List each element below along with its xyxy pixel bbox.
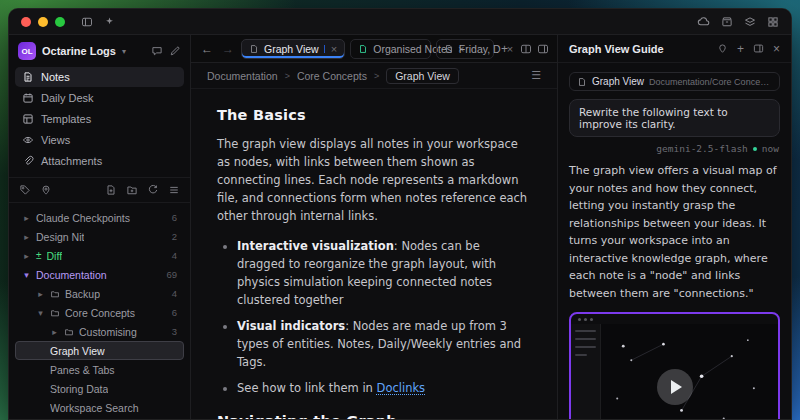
breadcrumb-core-concepts[interactable]: Core Concepts xyxy=(297,70,367,82)
model-name: gemini-2.5-flash xyxy=(656,143,748,154)
folder-icon xyxy=(64,327,74,337)
sidebar-item-notes[interactable]: Notes xyxy=(15,67,184,87)
tree-item-design-nit[interactable]: ▸ Design Nit 2 xyxy=(15,227,184,246)
back-button[interactable]: ← xyxy=(199,42,215,56)
feedback-button[interactable] xyxy=(151,45,163,57)
app-window: OL Octarine Logs ▾ Notes Daily Desk xyxy=(8,8,792,420)
calendar-icon xyxy=(22,92,34,104)
new-tab-button[interactable]: + xyxy=(499,42,510,56)
section-heading: Navigating the Graph xyxy=(217,411,531,419)
doclinks-link[interactable]: Doclinks xyxy=(377,381,426,395)
tree-item-label: Workspace Search xyxy=(50,402,139,414)
tab-graph-view[interactable]: Graph View Documentation × xyxy=(241,39,345,59)
close-window-button[interactable] xyxy=(21,17,31,27)
sidebar-item-attachments[interactable]: Attachments xyxy=(15,151,184,171)
document-icon xyxy=(577,77,587,87)
chevron-down-icon[interactable]: ▾ xyxy=(22,270,31,280)
breadcrumb-documentation[interactable]: Documentation xyxy=(207,70,278,82)
tree-item-panes-tabs[interactable]: Panes & Tabs xyxy=(15,360,184,379)
tree-item-count: 4 xyxy=(172,288,177,299)
workspace-switcher[interactable]: OL Octarine Logs ▾ xyxy=(9,35,190,65)
close-panel-button[interactable]: × xyxy=(773,43,780,55)
sidebar-item-daily-desk[interactable]: Daily Desk xyxy=(15,88,184,108)
assistant-panel-title: Graph View Guide xyxy=(569,43,664,55)
tab-title: Graph View xyxy=(264,43,319,55)
archive-button[interactable] xyxy=(721,16,733,28)
sidebar-item-templates[interactable]: Templates xyxy=(15,109,184,129)
toggle-sidebar-button[interactable] xyxy=(81,16,93,28)
pinned-button[interactable] xyxy=(40,184,52,196)
template-icon xyxy=(22,113,34,125)
tree-item-documentation[interactable]: ▾ Documentation 69 xyxy=(15,265,184,284)
window-titlebar xyxy=(9,9,791,35)
context-chip-title: Graph View xyxy=(592,76,644,87)
split-view-button[interactable] xyxy=(520,43,532,55)
chevron-right-icon[interactable]: ▸ xyxy=(22,232,31,242)
views-icon xyxy=(22,134,34,146)
workspace-name: Octarine Logs xyxy=(42,45,116,57)
assistant-conversation: Graph View Documentation/Core Concepts R… xyxy=(558,63,791,419)
tree-item-customising[interactable]: ▸ Customising 3 xyxy=(15,322,184,341)
sort-button[interactable] xyxy=(168,184,180,196)
stack-button[interactable] xyxy=(744,16,756,28)
command-button[interactable] xyxy=(104,16,115,27)
note-content[interactable]: The Basics The graph view displays all n… xyxy=(191,89,557,419)
folder-icon xyxy=(50,289,60,299)
note-title-field[interactable]: Graph View xyxy=(386,68,459,84)
toggle-right-panel-button[interactable] xyxy=(537,43,549,55)
chevron-right-icon[interactable]: ▸ xyxy=(50,327,59,337)
video-preview[interactable] xyxy=(569,312,780,419)
new-note-button[interactable] xyxy=(169,45,181,57)
document-icon xyxy=(249,44,259,54)
expand-panel-button[interactable] xyxy=(753,43,764,54)
tree-item-graph-view[interactable]: Graph View xyxy=(15,341,184,360)
tree-item-diff[interactable]: ▸ ± Diff 4 xyxy=(15,246,184,265)
tab-organised-notes[interactable]: Organised Notes × xyxy=(350,39,431,59)
diff-icon: ± xyxy=(36,251,42,261)
new-chat-button[interactable]: + xyxy=(737,43,744,55)
chevron-down-icon[interactable]: ▾ xyxy=(36,308,45,318)
close-tab-icon[interactable]: × xyxy=(331,43,337,55)
tags-button[interactable] xyxy=(19,184,31,196)
tree-item-count: 6 xyxy=(172,212,177,223)
minimize-window-button[interactable] xyxy=(38,17,48,27)
tree-item-storing-data[interactable]: Storing Data xyxy=(15,379,184,398)
sidebar-item-views[interactable]: Views xyxy=(15,130,184,150)
file-tree: ▸ Claude Checkpoints 6 ▸ Design Nit 2 ▸ … xyxy=(9,203,190,419)
traffic-lights xyxy=(21,17,65,27)
tree-item-label: Backup xyxy=(65,288,100,300)
tree-item-label: Documentation xyxy=(36,269,107,281)
tree-item-backup[interactable]: ▸ Backup 4 xyxy=(15,284,184,303)
chevron-right-icon[interactable]: ▸ xyxy=(22,213,31,223)
play-button[interactable] xyxy=(657,369,693,405)
tree-item-count: 3 xyxy=(172,326,177,337)
nav-label: Attachments xyxy=(41,155,102,167)
pin-panel-button[interactable] xyxy=(717,43,728,54)
tree-item-claude-checkpoints[interactable]: ▸ Claude Checkpoints 6 xyxy=(15,208,184,227)
tab-bar: ← → Graph View Documentation × Organised… xyxy=(191,35,557,63)
tab-title: Friday, D xyxy=(459,43,501,55)
document-icon xyxy=(358,44,368,54)
new-folder-button[interactable] xyxy=(126,184,138,196)
left-sidebar: OL Octarine Logs ▾ Notes Daily Desk xyxy=(9,35,191,419)
note-menu-button[interactable]: ☰ xyxy=(531,70,541,81)
sync-button[interactable] xyxy=(697,15,710,28)
forward-button[interactable]: → xyxy=(220,42,236,56)
bullet-bold-text: Interactive visualization xyxy=(237,239,394,253)
tree-item-daily-desk[interactable]: ▸ Daily Desk xyxy=(15,417,184,419)
context-chip[interactable]: Graph View Documentation/Core Concepts xyxy=(569,72,780,91)
status-dot-icon xyxy=(753,147,757,151)
tree-item-workspace-search[interactable]: Workspace Search xyxy=(15,398,184,417)
grid-button[interactable] xyxy=(767,16,779,28)
new-file-button[interactable] xyxy=(105,184,117,196)
assistant-panel: Graph View Guide + × Graph View Document… xyxy=(557,35,791,419)
chevron-right-icon[interactable]: ▸ xyxy=(22,251,31,261)
tab-friday[interactable]: Friday, D × xyxy=(436,39,494,59)
chevron-right-icon[interactable]: ▸ xyxy=(36,289,45,299)
breadcrumb-separator: > xyxy=(374,71,379,81)
bullet-bold-text: Visual indicators xyxy=(237,319,345,333)
tree-item-core-concepts[interactable]: ▾ Core Concepts 6 xyxy=(15,303,184,322)
zoom-window-button[interactable] xyxy=(55,17,65,27)
refresh-button[interactable] xyxy=(147,184,159,196)
tree-item-label: Diff xyxy=(47,250,63,262)
